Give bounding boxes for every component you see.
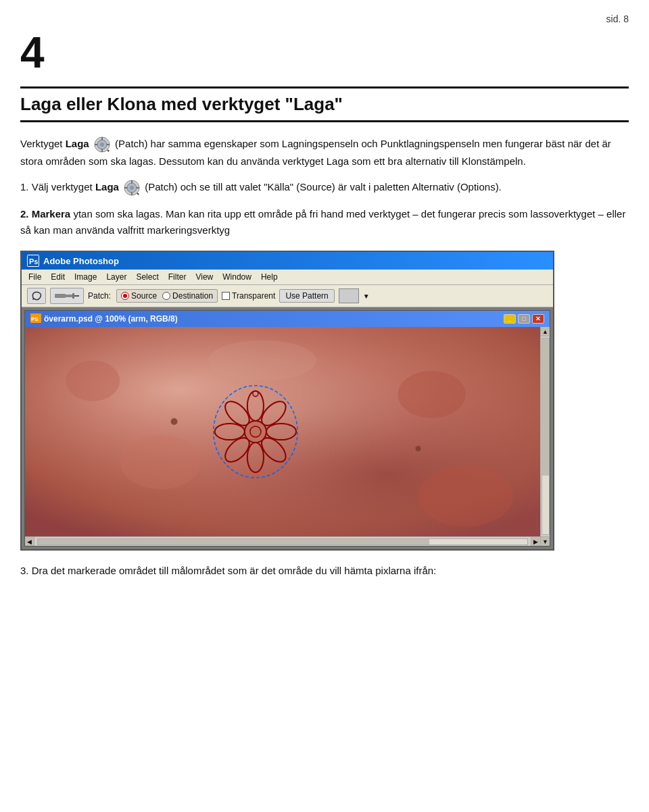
menu-help[interactable]: Help [257, 271, 282, 283]
ps-destination-radio[interactable] [162, 292, 170, 300]
menu-image[interactable]: Image [70, 271, 101, 283]
svg-marker-15 [137, 193, 139, 195]
ps-patch-label: Patch: [88, 291, 111, 301]
ps-scrollbar-thumb-v[interactable] [542, 338, 549, 476]
intro-bold-laga: Laga [66, 138, 89, 149]
ps-doc-title: överarm.psd @ 100% (arm, RGB/8) [44, 314, 178, 324]
step2-paragraph: 2. Markera ytan som ska lagas. Man kan r… [20, 206, 629, 238]
ps-scroll-left-btn[interactable]: ◀ [25, 537, 34, 547]
chapter-number: 4 [20, 31, 629, 74]
svg-marker-7 [107, 149, 110, 152]
ps-patch-radio-group: Source Destination [116, 289, 218, 303]
ps-scrollbar-track-v[interactable] [542, 338, 550, 535]
ps-destination-label: Destination [172, 291, 213, 301]
ps-transparent-label: Transparent [232, 291, 275, 301]
ps-pattern-dropdown[interactable]: ▼ [363, 293, 370, 300]
svg-text:PS: PS [31, 316, 39, 322]
patch-tool-icon-2 [123, 179, 141, 197]
ps-maximize-btn[interactable]: □ [518, 314, 530, 324]
menu-edit[interactable]: Edit [47, 271, 69, 283]
ps-menubar: File Edit Image Layer Select Filter View… [22, 270, 553, 285]
ps-tool-btn-2[interactable] [50, 288, 84, 304]
menu-filter[interactable]: Filter [164, 271, 191, 283]
canvas-svg [25, 327, 540, 536]
ps-scrollbar-track-h[interactable] [37, 538, 528, 545]
menu-window[interactable]: Window [218, 271, 256, 283]
photoshop-window: Ps Adobe Photoshop File Edit Image Layer… [20, 251, 554, 551]
step1-number: 1. Välj verktyget [20, 181, 95, 193]
ps-scrollbar-h[interactable]: ◀ ▶ [25, 536, 540, 546]
ps-minimize-btn[interactable]: _ [504, 314, 516, 324]
step1-paragraph: 1. Välj verktyget Laga (Patch) och se ti… [20, 179, 629, 197]
ps-document-area: PS överarm.psd @ 100% (arm, RGB/8) _ □ ✕ [22, 307, 553, 549]
ps-transparent-group: Transparent [222, 291, 275, 301]
ps-transparent-checkbox[interactable] [222, 292, 230, 300]
ps-app-icon: Ps [27, 255, 39, 267]
menu-view[interactable]: View [191, 271, 217, 283]
ps-scroll-down-btn[interactable]: ▼ [541, 536, 550, 546]
ps-source-radio-dot [123, 294, 127, 298]
svg-rect-19 [55, 294, 66, 298]
patch-tool-icon [93, 136, 111, 153]
svg-text:Ps: Ps [29, 257, 38, 265]
svg-rect-21 [72, 293, 74, 299]
step2-bold: 2. Markera [20, 208, 70, 220]
ps-scrollbar-v[interactable]: ▲ ▼ [540, 327, 550, 546]
adobe-ps-icon: Ps [28, 255, 39, 266]
ps-use-pattern-btn[interactable]: Use Pattern [279, 289, 334, 303]
svg-point-34 [416, 446, 421, 451]
svg-point-10 [130, 186, 134, 190]
ps-canvas-image [25, 327, 540, 536]
ps-tool-btn-1[interactable] [27, 288, 46, 304]
ps-doc-icon-svg: PS [30, 313, 41, 323]
svg-point-32 [208, 340, 316, 381]
svg-rect-20 [66, 295, 72, 297]
svg-point-29 [120, 435, 201, 489]
step1-icon [122, 181, 145, 193]
ps-pattern-swatch[interactable] [339, 288, 359, 303]
menu-file[interactable]: File [24, 271, 45, 283]
ps-scroll-right-btn[interactable]: ▶ [531, 537, 540, 547]
intro-paragraph: Verktyget Laga (Patch) har samma egenska… [20, 136, 629, 170]
svg-point-30 [398, 371, 465, 418]
ps-titlebar-text: Adobe Photoshop [43, 256, 119, 266]
lasso-icon [30, 290, 43, 302]
ps-doc-win-btns: _ □ ✕ [504, 314, 544, 324]
intro-text-verktyget: Verktyget [20, 138, 66, 149]
ps-docbar-left: PS överarm.psd @ 100% (arm, RGB/8) [30, 313, 178, 325]
ps-canvas-content: ◀ ▶ [25, 327, 540, 546]
svg-point-43 [245, 421, 266, 442]
svg-point-33 [171, 418, 178, 425]
brush-icon [53, 290, 80, 302]
step3-paragraph: 3. Dra det markerade området till målomr… [20, 563, 629, 579]
svg-point-2 [100, 143, 104, 147]
step1-text: (Patch) och se till att valet "Källa" (S… [145, 181, 502, 193]
menu-select[interactable]: Select [132, 271, 162, 283]
ps-canvas-area: ◀ ▶ ▲ ▼ [25, 327, 550, 546]
page-number: sid. 8 [20, 14, 629, 24]
ps-doc-icon: PS [30, 313, 41, 325]
ps-titlebar: Ps Adobe Photoshop [22, 252, 553, 270]
svg-point-31 [418, 465, 513, 526]
menu-layer[interactable]: Layer [102, 271, 130, 283]
chapter-title: Laga eller Klona med verktyget "Laga" [20, 86, 629, 122]
step1-bold-laga: Laga [95, 181, 119, 193]
ps-close-btn[interactable]: ✕ [532, 314, 544, 324]
ps-docbar: PS överarm.psd @ 100% (arm, RGB/8) _ □ ✕ [25, 311, 550, 327]
intro-icon-patch [92, 138, 115, 149]
ps-source-radio[interactable] [121, 292, 129, 300]
svg-point-28 [66, 361, 120, 401]
step2-text: ytan som ska lagas. Man kan rita upp ett… [20, 208, 625, 236]
ps-scrollbar-thumb-h[interactable] [38, 539, 429, 544]
ps-destination-option[interactable]: Destination [162, 291, 213, 301]
ps-scroll-up-btn[interactable]: ▲ [541, 327, 550, 336]
ps-source-option[interactable]: Source [121, 291, 157, 301]
ps-source-label: Source [131, 291, 157, 301]
ps-options-bar: Patch: Source Destination Transparent Us… [22, 285, 553, 307]
ps-document-window: PS överarm.psd @ 100% (arm, RGB/8) _ □ ✕ [24, 310, 550, 547]
